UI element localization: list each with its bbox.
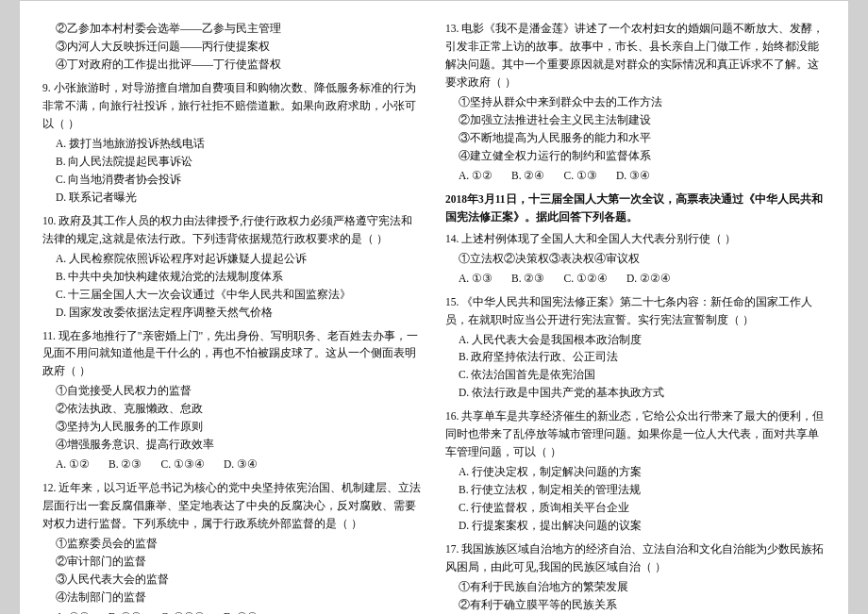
q9-optD: D. 联系记者曝光 (42, 189, 423, 207)
q16-optB: B. 行使立法权，制定相关的管理法规 (445, 481, 826, 499)
q16-text: 16. 共享单车是共享经济催生的新业态，它给公众出行带来了最大的便利，但同时也带… (445, 407, 826, 461)
q13-n2: ②加强立法推进社会主义民主法制建设 (445, 111, 826, 129)
q11-n2: ②依法执政、克服懒政、怠政 (42, 400, 423, 418)
q17-n2: ②有利于确立膜平等的民族关系 (445, 596, 826, 614)
q-intro-items: ②乙参加本村村委会选举——乙参与民主管理 ③内河人大反映拆迁问题——丙行使提案权… (42, 20, 423, 74)
q12-text: 12. 近年来，以习近平总书记为核心的党中央坚持依宪治国、机制建层、立法层面行出… (42, 479, 423, 533)
q12-n2: ②审计部门的监督 (42, 553, 423, 571)
q14-text: 14. 上述村例体现了全国人大和全国人大代表分别行使（ ） (445, 230, 826, 248)
item-4: ④丁对政府的工作提出批评——丁行使监督权 (42, 56, 423, 74)
q16-optA: A. 行使决定权，制定解决问题的方案 (445, 463, 826, 481)
q16-optD: D. 行提案案权，提出解决问题的议案 (445, 517, 826, 535)
q9-optC: C. 向当地消费者协会投诉 (42, 171, 423, 189)
q12-n3: ③人民代表大会的监督 (42, 571, 423, 589)
item-2: ②乙参加本村村委会选举——乙参与民主管理 (42, 20, 423, 38)
left-column: ②乙参加本村村委会选举——乙参与民主管理 ③内河人大反映拆迁问题——丙行使提案权… (42, 20, 423, 614)
q11-n1: ①自觉接受人民权力的监督 (42, 382, 423, 400)
q13-n4: ④建立健全权力运行的制约和监督体系 (445, 147, 826, 165)
question-16: 16. 共享单车是共享经济催生的新业态，它给公众出行带来了最大的便利，但同时也带… (445, 407, 826, 535)
q9-optB: B. 向人民法院提起民事诉讼 (42, 153, 423, 171)
item-3: ③内河人大反映拆迁问题——丙行使提案权 (42, 38, 423, 56)
q12-answers: A. ①③ B. ②③ C. ①②④ D. ③④ (42, 608, 423, 614)
q10-text: 10. 政府及其工作人员的权力由法律授予,行使行政权力必须严格遵守宪法和法律的规… (42, 212, 423, 248)
q12-n1: ①监察委员会的监督 (42, 535, 423, 553)
question-17: 17. 我国族族区域自治地方的经济自治、立法自治和文化自治能为少数民族拓风困局，… (445, 540, 826, 614)
q11-answers: A. ①② B. ②③ C. ①③④ D. ③④ (42, 456, 423, 473)
q11-n3: ③坚持为人民服务的工作原则 (42, 418, 423, 436)
question-11: 11. 现在多地推行了"亲密婚上门"，先出身份、写明职务、老百姓去办事，一见面不… (42, 327, 423, 474)
question-14: 14. 上述村例体现了全国人大和全国人大代表分别行使（ ） ①立法权②决策权③表… (445, 230, 826, 288)
question-10: 10. 政府及其工作人员的权力由法律授予,行使行政权力必须严格遵守宪法和法律的规… (42, 212, 423, 322)
q15-text: 15. 《中华人民共和国宪法修正案》第二十七条内容：新任命的国家工作人员，在就职… (445, 293, 826, 329)
year-notice: 2018年3月11日，十三届全国人大第一次全议，高票表决通过《中华人民共和国宪法… (445, 191, 826, 226)
q15-optD: D. 依法行政是中国共产党的基本执政方式 (445, 384, 826, 402)
right-column: 13. 电影《我不是潘金莲》讲述了一个农村妇女的婚姻问题不断放大、发酵，引发非正… (445, 20, 826, 614)
question-9: 9. 小张旅游时，对导游擅自增加自费项目和购物次数、降低服务标准的行为非常不满，… (42, 79, 423, 207)
q14-subopts: ①立法权②决策权③表决权④审议权 (445, 250, 826, 268)
q17-n1: ①有利于民族自治地方的繁荣发展 (445, 578, 826, 596)
q9-text: 9. 小张旅游时，对导游擅自增加自费项目和购物次数、降低服务标准的行为非常不满，… (42, 79, 423, 133)
q15-optC: C. 依法治国首先是依宪治国 (445, 366, 826, 384)
question-15: 15. 《中华人民共和国宪法修正案》第二十七条内容：新任命的国家工作人员，在就职… (445, 293, 826, 403)
q12-n4: ④法制部门的监督 (42, 589, 423, 606)
q10-optD: D. 国家发改委依据法定程序调整天然气价格 (42, 304, 423, 322)
q10-optC: C. 十三届全国人大一次会议通过《中华人民共和国监察法》 (42, 286, 423, 304)
q13-n1: ①坚持从群众中来到群众中去的工作方法 (445, 93, 826, 111)
q17-text: 17. 我国族族区域自治地方的经济自治、立法自治和文化自治能为少数民族拓风困局，… (445, 540, 826, 576)
q14-answers: A. ①③ B. ②③ C. ①②④ D. ②②④ (445, 270, 826, 288)
q13-answers: A. ①② B. ②④ C. ①③ D. ③④ (445, 167, 826, 185)
q13-text: 13. 电影《我不是潘金莲》讲述了一个农村妇女的婚姻问题不断放大、发酵，引发非正… (445, 20, 826, 91)
q10-optA: A. 人民检察院依照诉讼程序对起诉嫌疑人提起公诉 (42, 250, 423, 268)
exam-page: ②乙参加本村村委会选举——乙参与民主管理 ③内河人大反映拆迁问题——丙行使提案权… (19, 0, 849, 614)
q11-n4: ④增强服务意识、提高行政效率 (42, 436, 423, 454)
q15-optB: B. 政府坚持依法行政、公正司法 (445, 348, 826, 366)
q16-optC: C. 行使监督权，质询相关平台企业 (445, 499, 826, 517)
question-13: 13. 电影《我不是潘金莲》讲述了一个农村妇女的婚姻问题不断放大、发酵，引发非正… (445, 20, 826, 185)
q11-text: 11. 现在多地推行了"亲密婚上门"，先出身份、写明职务、老百姓去办事，一见面不… (42, 327, 423, 381)
q9-optA: A. 拨打当地旅游投诉热线电话 (42, 135, 423, 153)
q10-optB: B. 中共中央加快构建依规治党的法规制度体系 (42, 268, 423, 286)
question-12: 12. 近年来，以习近平总书记为核心的党中央坚持依宪治国、机制建层、立法层面行出… (42, 479, 423, 614)
q13-n3: ③不断地提高为人民服务的能力和水平 (445, 129, 826, 147)
q15-optA: A. 人民代表大会是我国根本政治制度 (445, 331, 826, 349)
